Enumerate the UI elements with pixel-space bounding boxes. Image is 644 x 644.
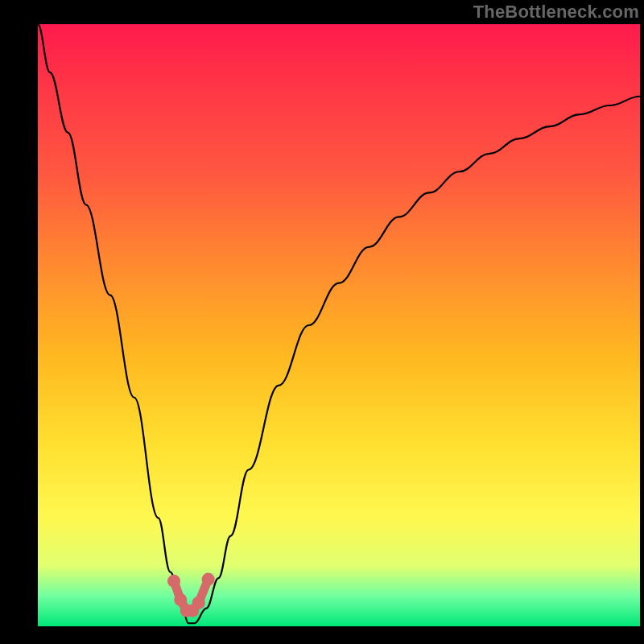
plot-area	[38, 24, 640, 626]
valley-marker	[167, 575, 180, 588]
curve-svg	[38, 24, 640, 626]
valley-marker	[202, 573, 215, 586]
valley-marker	[192, 597, 205, 609]
bottleneck-curve	[38, 24, 640, 623]
chart-frame: TheBottleneck.com	[0, 0, 644, 644]
watermark-text: TheBottleneck.com	[473, 2, 639, 23]
